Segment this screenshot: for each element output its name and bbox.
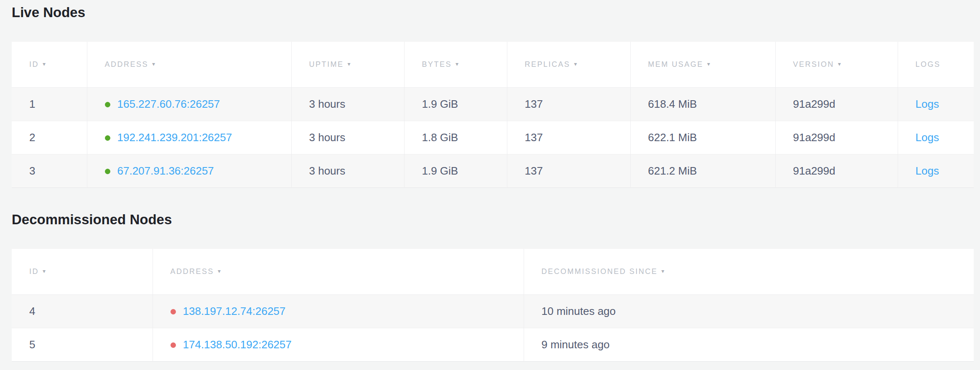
table-row: 1 165.227.60.76:26257 3 hours 1.9 GiB 13… xyxy=(12,88,974,121)
node-address-link[interactable]: 174.138.50.192:26257 xyxy=(183,338,292,351)
sort-arrow-icon: ▾ xyxy=(152,61,155,67)
column-header-replicas[interactable]: REPLICAS▾ xyxy=(507,42,630,88)
column-header-label: ADDRESS xyxy=(171,267,214,276)
sort-arrow-icon: ▾ xyxy=(348,61,351,67)
replicas-cell: 137 xyxy=(507,155,630,188)
version-cell: 91a299d xyxy=(775,121,898,155)
node-address-cell: 165.227.60.76:26257 xyxy=(87,88,291,121)
live-status-dot-icon xyxy=(105,102,110,107)
node-address-cell: 67.207.91.36:26257 xyxy=(87,155,291,188)
version-cell: 91a299d xyxy=(775,88,898,121)
uptime-cell: 3 hours xyxy=(291,155,404,188)
decommissioned-nodes-table: ID▾ ADDRESS▾ DECOMMISSIONED SINCE▾ 4 138… xyxy=(12,249,974,362)
column-header-bytes[interactable]: BYTES▾ xyxy=(404,42,507,88)
sort-arrow-icon: ▾ xyxy=(218,268,221,274)
column-header-uptime[interactable]: UPTIME▾ xyxy=(291,42,404,88)
column-header-label: ID xyxy=(29,60,39,68)
column-header-label: ADDRESS xyxy=(105,60,149,68)
logs-cell: Logs xyxy=(898,155,974,188)
column-header-mem-usage[interactable]: MEM USAGE▾ xyxy=(630,42,775,88)
node-address-link[interactable]: 165.227.60.76:26257 xyxy=(117,98,220,110)
mem-usage-cell: 621.2 MiB xyxy=(630,155,775,188)
bytes-cell: 1.8 GiB xyxy=(404,121,507,155)
table-row: 4 138.197.12.74:26257 10 minutes ago xyxy=(12,295,974,328)
node-address-cell: 192.241.239.201:26257 xyxy=(87,121,291,155)
column-header-label: REPLICAS xyxy=(525,60,570,68)
column-header-version[interactable]: VERSION▾ xyxy=(775,42,898,88)
column-header-id[interactable]: ID▾ xyxy=(12,249,153,295)
logs-link[interactable]: Logs xyxy=(916,165,939,177)
logs-link[interactable]: Logs xyxy=(916,131,939,144)
node-id-cell: 5 xyxy=(12,328,153,362)
table-row: 2 192.241.239.201:26257 3 hours 1.8 GiB … xyxy=(12,121,974,155)
decommissioned-nodes-title: Decommissioned Nodes xyxy=(12,211,974,228)
column-header-id[interactable]: ID▾ xyxy=(12,42,87,88)
live-nodes-table: ID▾ ADDRESS▾ UPTIME▾ BYTES▾ REPLICAS▾ ME… xyxy=(12,42,974,188)
sort-arrow-icon: ▾ xyxy=(707,61,710,67)
node-id-cell: 4 xyxy=(12,295,153,328)
column-header-label: ID xyxy=(29,267,39,276)
live-status-dot-icon xyxy=(105,135,110,141)
column-header-label: BYTES xyxy=(422,60,452,68)
decommissioned-since-cell: 9 minutes ago xyxy=(524,328,974,362)
logs-link[interactable]: Logs xyxy=(916,98,939,110)
column-header-label: DECOMMISSIONED SINCE xyxy=(542,267,658,276)
column-header-decommissioned-since[interactable]: DECOMMISSIONED SINCE▾ xyxy=(524,249,974,295)
node-address-link[interactable]: 192.241.239.201:26257 xyxy=(117,131,232,144)
replicas-cell: 137 xyxy=(507,88,630,121)
sort-arrow-icon: ▾ xyxy=(662,268,664,274)
nodes-overview-page: Live Nodes ID▾ ADDRESS▾ UPTIME▾ BYTES▾ R… xyxy=(0,0,980,362)
sort-arrow-icon: ▾ xyxy=(838,61,841,67)
node-address-cell: 138.197.12.74:26257 xyxy=(153,295,524,328)
node-id-cell: 1 xyxy=(12,88,87,121)
decommissioned-nodes-header-row: ID▾ ADDRESS▾ DECOMMISSIONED SINCE▾ xyxy=(12,249,974,295)
column-header-label: LOGS xyxy=(916,60,941,68)
node-id-cell: 2 xyxy=(12,121,87,155)
node-address-cell: 174.138.50.192:26257 xyxy=(153,328,524,362)
column-header-label: MEM USAGE xyxy=(648,60,704,68)
node-address-link[interactable]: 67.207.91.36:26257 xyxy=(117,165,214,177)
table-row: 3 67.207.91.36:26257 3 hours 1.9 GiB 137… xyxy=(12,155,974,188)
column-header-label: VERSION xyxy=(793,60,835,68)
sort-arrow-icon: ▾ xyxy=(43,61,46,67)
column-header-address[interactable]: ADDRESS▾ xyxy=(87,42,291,88)
node-id-cell: 3 xyxy=(12,155,87,188)
bytes-cell: 1.9 GiB xyxy=(404,88,507,121)
uptime-cell: 3 hours xyxy=(291,121,404,155)
table-row: 5 174.138.50.192:26257 9 minutes ago xyxy=(12,328,974,362)
live-status-dot-icon xyxy=(105,169,110,174)
mem-usage-cell: 622.1 MiB xyxy=(630,121,775,155)
column-header-label: UPTIME xyxy=(309,60,344,68)
replicas-cell: 137 xyxy=(507,121,630,155)
sort-arrow-icon: ▾ xyxy=(43,268,46,274)
logs-cell: Logs xyxy=(898,121,974,155)
decommissioned-status-dot-icon xyxy=(171,342,176,348)
uptime-cell: 3 hours xyxy=(291,88,404,121)
decommissioned-status-dot-icon xyxy=(171,309,176,314)
live-nodes-title: Live Nodes xyxy=(12,4,974,21)
decommissioned-since-cell: 10 minutes ago xyxy=(524,295,974,328)
sort-arrow-icon: ▾ xyxy=(574,61,577,67)
live-nodes-header-row: ID▾ ADDRESS▾ UPTIME▾ BYTES▾ REPLICAS▾ ME… xyxy=(12,42,974,88)
column-header-logs: LOGS xyxy=(898,42,974,88)
bytes-cell: 1.9 GiB xyxy=(404,155,507,188)
version-cell: 91a299d xyxy=(775,155,898,188)
mem-usage-cell: 618.4 MiB xyxy=(630,88,775,121)
column-header-address[interactable]: ADDRESS▾ xyxy=(153,249,524,295)
sort-arrow-icon: ▾ xyxy=(456,61,458,67)
node-address-link[interactable]: 138.197.12.74:26257 xyxy=(183,305,286,317)
logs-cell: Logs xyxy=(898,88,974,121)
